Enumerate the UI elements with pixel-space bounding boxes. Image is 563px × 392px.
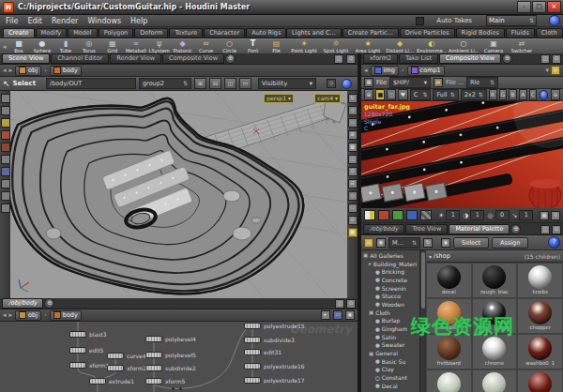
viewport-help-icon[interactable] <box>342 79 352 89</box>
channel-g-button[interactable]: G <box>499 89 508 100</box>
view-option-icon[interactable]: ◇ <box>348 106 358 115</box>
network-node-subdivide2[interactable]: subdivide2 <box>145 365 196 371</box>
spinner-icon[interactable]: ⇅ <box>529 18 534 23</box>
shop-path[interactable]: /shop <box>434 252 450 260</box>
tree-item-decal[interactable]: ●Decal <box>361 382 419 390</box>
spinner-icon[interactable]: ⇅ <box>422 92 427 98</box>
snap-icon[interactable]: ◇ <box>327 79 336 88</box>
help-globe-icon[interactable] <box>549 15 560 26</box>
gallery-folder-icon[interactable]: ▤ <box>364 238 373 248</box>
view-option-icon[interactable]: ⊞ <box>348 130 358 140</box>
nav-forward-icon[interactable]: ▸ <box>9 311 13 319</box>
node-pill[interactable] <box>244 337 261 343</box>
green-swatch[interactable] <box>392 210 403 220</box>
surface-path-field[interactable]: /body/OUT <box>46 78 136 89</box>
tab-tree-view[interactable]: Tree View <box>405 224 448 234</box>
network-node-curve4[interactable]: curve4 <box>107 353 146 359</box>
view-option-icon[interactable]: ◫ <box>348 155 358 164</box>
node-pill[interactable] <box>244 323 261 329</box>
tool-font[interactable]: TFont <box>242 40 264 53</box>
material-swatch[interactable] <box>517 369 563 392</box>
material-sphere[interactable] <box>528 301 552 324</box>
network-node-blast3[interactable]: blast3 <box>69 331 106 338</box>
view-option-icon[interactable]: ⊙ <box>348 216 358 225</box>
node-pill[interactable] <box>244 377 261 384</box>
tab-render-view[interactable]: Render View <box>110 53 161 64</box>
network-node-extrude1[interactable]: extrude1 <box>89 378 134 384</box>
node-pill[interactable] <box>145 336 162 342</box>
view-option-icon[interactable]: ⊟ <box>348 179 358 188</box>
spinner-icon[interactable]: ⇅ <box>450 92 455 98</box>
shelf-tab-model[interactable]: Model <box>68 28 98 38</box>
spinner-icon[interactable]: ⇅ <box>479 92 483 98</box>
select-toggle-button[interactable]: ◫ <box>224 78 236 89</box>
pin-icon[interactable]: ▤ <box>551 66 560 75</box>
pane-split-icon[interactable]: ◫ <box>540 225 550 234</box>
node-pill[interactable] <box>107 353 124 359</box>
menu-render[interactable]: Render <box>52 17 78 25</box>
breadcrumb-obj[interactable]: obj <box>15 66 41 76</box>
tree-item-bricking[interactable]: ●Bricking <box>361 267 419 276</box>
tool-box[interactable]: ■Box <box>8 40 30 53</box>
viewport-scene[interactable] <box>0 91 358 298</box>
tool-metaball[interactable]: ∞Metaball <box>125 40 146 53</box>
view-option-icon[interactable]: ▦ <box>348 143 358 152</box>
shelf-tab-createparticles[interactable]: Create Partic... <box>342 28 399 38</box>
refresh-icon[interactable]: ↻ <box>423 238 433 248</box>
tab-scene-view[interactable]: Scene View <box>2 53 50 64</box>
tab-composite-view[interactable]: Composite View <box>439 53 501 64</box>
pane-menu-icon[interactable]: ⊙ <box>346 54 356 64</box>
add-pane-tab-icon[interactable]: ⊕ <box>510 224 521 234</box>
view-option-icon[interactable]: ▭ <box>348 204 358 213</box>
select-cursor-icon[interactable]: ↖ <box>3 79 10 88</box>
shelf-tab-fluids[interactable]: Fluids <box>506 28 535 38</box>
network-node-xform5[interactable]: xform5 <box>145 378 185 384</box>
view-tool-icon[interactable] <box>1 118 10 128</box>
pane-split-icon[interactable]: ◫ <box>335 299 344 309</box>
spinner-icon[interactable]: ⇅ <box>412 240 417 246</box>
node-pill[interactable] <box>244 349 261 355</box>
add-pane-tab-icon[interactable]: ⊕ <box>502 53 512 64</box>
view-tool-icon[interactable] <box>1 143 10 152</box>
tool-point-light[interactable]: ☀Point Light <box>289 40 319 53</box>
network-search-icon[interactable]: ◉ <box>345 310 355 320</box>
slope-value[interactable]: 1 <box>519 210 533 220</box>
tab-channel-editor[interactable]: Channel Editor <box>51 53 109 64</box>
breadcrumb-obj[interactable]: obj <box>15 310 41 321</box>
material-swatch[interactable] <box>426 369 472 392</box>
flag-icon[interactable]: ▸ <box>321 310 330 320</box>
material-sphere[interactable] <box>437 337 461 360</box>
menu-edit[interactable]: Edit <box>27 17 42 25</box>
shelf-tab-lights[interactable]: Lights and C... <box>286 28 342 38</box>
node-pill[interactable] <box>69 347 86 354</box>
network-canvas[interactable]: Geometry blast3 edit5 xform1 curve4 xfor… <box>0 322 358 392</box>
take-select[interactable]: Main ⇅ <box>486 15 537 26</box>
browse-label[interactable]: File ... <box>446 79 464 86</box>
breadcrumb-img[interactable]: img <box>371 66 399 76</box>
view-option-icon[interactable]: ◇ <box>348 191 358 201</box>
composite-help-icon[interactable] <box>540 90 548 100</box>
tab-take-list[interactable]: Take List <box>399 53 438 64</box>
view-tool-icon[interactable] <box>1 94 10 103</box>
view-tool-icon[interactable] <box>1 167 10 176</box>
tool-switcher[interactable]: ⇄Switcher <box>509 40 535 53</box>
tool-environment-light[interactable]: ◐Environme... <box>417 40 447 53</box>
auto-takes-checkbox[interactable] <box>416 17 424 25</box>
pane-menu-icon[interactable]: ⊙ <box>552 225 561 234</box>
tool-spot-light[interactable]: ☼Spot Light <box>321 40 351 53</box>
material-swatch-decal[interactable]: decal <box>426 263 472 298</box>
title-bar[interactable]: H C:/hiprojects/Guitar/CustomGuitar.hip … <box>0 0 563 15</box>
material-sphere[interactable] <box>528 372 552 392</box>
shelf-tab-driveparticles[interactable]: Drive Particles <box>400 28 455 38</box>
nav-back-icon[interactable]: ◂ <box>364 67 368 74</box>
blue-swatch[interactable] <box>406 210 418 220</box>
shelf-tab-rigidbodies[interactable]: Rigid Bodies <box>456 28 505 38</box>
group-field[interactable]: group2⇅ <box>139 78 191 89</box>
shelf-tab-autorigs[interactable]: Auto Rigs <box>246 28 286 38</box>
nav-back-icon[interactable]: ◂ <box>3 311 7 319</box>
gamma-value[interactable]: 0 <box>495 210 510 220</box>
nav-back-icon[interactable]: ◂ <box>3 67 7 74</box>
node-pill[interactable] <box>145 365 162 371</box>
minimize-button[interactable]: – <box>517 1 531 13</box>
tree-item-screening[interactable]: ●Screenin <box>361 284 419 293</box>
